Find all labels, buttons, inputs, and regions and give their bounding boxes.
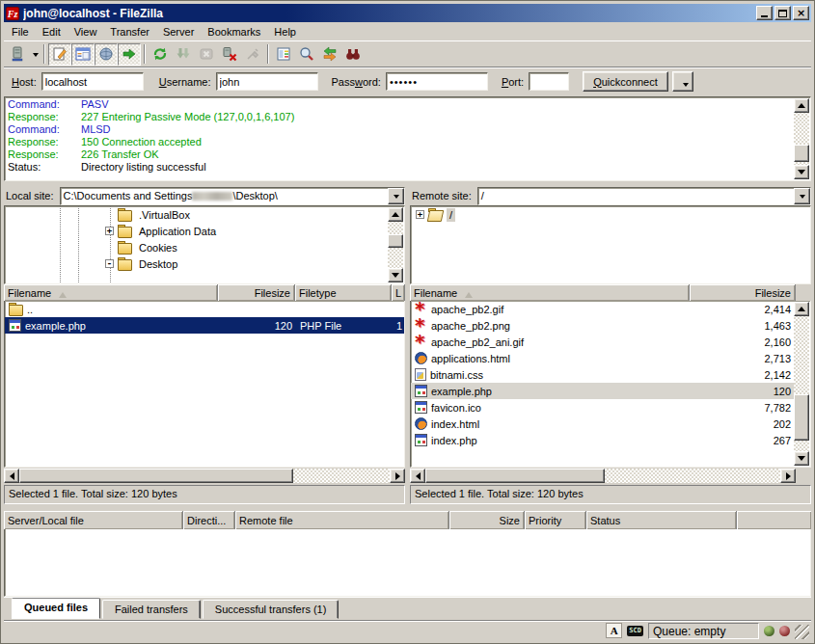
password-input[interactable] (386, 72, 488, 91)
file-row[interactable]: index.html 202 (411, 416, 795, 432)
file-row[interactable]: example.php 120 PHP File 1 (5, 317, 404, 334)
close-button[interactable]: × (793, 6, 809, 20)
menu-item[interactable]: View (68, 24, 104, 40)
file-row[interactable]: apache_pb2_ani.gif 2,160 (411, 334, 795, 350)
cancel-button[interactable] (195, 43, 218, 66)
filezilla-logo-icon: Fz (6, 7, 19, 20)
speed-limits-icon[interactable]: SCD (627, 626, 643, 636)
username-input[interactable] (216, 72, 318, 91)
process-queue-button[interactable] (172, 43, 195, 66)
scroll-thumb[interactable] (19, 469, 293, 483)
site-manager-dropdown[interactable] (30, 43, 41, 66)
queue-tab[interactable]: Queued files (12, 598, 100, 619)
firefox-icon (415, 352, 427, 364)
file-row[interactable]: apache_pb2.gif 2,414 (411, 301, 795, 317)
column-header-filesize[interactable]: Filesize (690, 284, 796, 301)
scroll-up-button[interactable] (794, 302, 809, 316)
scroll-thumb[interactable] (794, 145, 809, 162)
queue-column-status[interactable]: Status (586, 511, 737, 529)
maximize-button[interactable] (774, 6, 791, 20)
remote-hscrollbar[interactable] (410, 469, 796, 483)
queue-column-priority[interactable]: Priority (525, 511, 586, 529)
file-row[interactable]: example.php 120 (411, 383, 795, 399)
toggle-remote-tree-button[interactable] (95, 43, 118, 66)
scroll-thumb[interactable] (794, 394, 809, 441)
file-row[interactable]: apache_pb2.png 1,463 (411, 317, 795, 334)
scroll-right-button[interactable] (390, 469, 405, 483)
toggle-queue-button[interactable] (118, 43, 141, 66)
column-header-filetype[interactable]: Filetype (295, 284, 392, 301)
file-size: 2,160 (691, 334, 795, 350)
local-site-combo[interactable]: C:\Documents and Settings\Desktop\ (60, 187, 405, 205)
tree-item[interactable]: .VirtualBox (5, 206, 404, 223)
reconnect-button[interactable] (241, 43, 264, 66)
file-row[interactable]: .. (5, 301, 404, 317)
column-header-lastmodified[interactable]: L (392, 284, 405, 301)
host-input[interactable] (41, 72, 144, 91)
menu-item[interactable]: Server (156, 24, 201, 40)
local-hscrollbar[interactable] (4, 469, 405, 483)
directory-compare-button[interactable] (295, 43, 318, 66)
column-header-filename[interactable]: Filename (410, 284, 690, 301)
column-header-filename[interactable]: Filename (4, 284, 218, 301)
site-manager-button[interactable] (7, 43, 30, 66)
resize-grip[interactable] (795, 625, 809, 639)
scroll-up-button[interactable] (388, 207, 403, 222)
menu-item[interactable]: Edit (36, 24, 68, 40)
scroll-up-button[interactable] (794, 98, 809, 113)
queue-column-direction[interactable]: Directi... (183, 511, 235, 529)
refresh-button[interactable] (149, 43, 172, 66)
menu-item[interactable]: Bookmarks (201, 24, 267, 40)
toggle-local-tree-button[interactable] (71, 43, 95, 66)
tree-item[interactable]: Cookies (5, 239, 404, 255)
local-site-dropdown[interactable] (388, 188, 404, 204)
file-name: index.php (431, 435, 477, 446)
disconnect-button[interactable] (218, 43, 241, 66)
sync-browse-button[interactable] (318, 43, 341, 66)
scroll-right-button[interactable] (780, 469, 796, 483)
queue-column-remote-file[interactable]: Remote file (235, 511, 449, 529)
log-text: 227 Entering Passive Mode (127,0,0,1,6,1… (81, 111, 294, 123)
tree-item[interactable]: Application Data (5, 223, 404, 239)
tree-item[interactable]: / (411, 206, 810, 223)
tree-expander[interactable] (105, 227, 114, 235)
tree-item[interactable]: Desktop (5, 255, 404, 272)
filter-button[interactable] (272, 43, 295, 66)
tree-expander[interactable] (416, 210, 424, 219)
log-line: Response: 226 Transfer OK (8, 148, 791, 161)
scroll-left-button[interactable] (410, 469, 425, 483)
minimize-button[interactable] (756, 6, 773, 20)
remote-site-combo[interactable]: / (477, 187, 811, 205)
file-row[interactable]: favicon.ico 7,782 (411, 399, 795, 416)
queue-column-server-local-file[interactable]: Server/Local file (4, 511, 183, 529)
log-scrollbar[interactable] (794, 98, 809, 179)
menu-item[interactable]: Transfer (103, 24, 156, 40)
transfer-type-icon[interactable]: A (606, 623, 622, 638)
scroll-down-button[interactable] (794, 165, 809, 179)
scroll-left-button[interactable] (4, 469, 19, 483)
port-input[interactable] (529, 72, 569, 91)
scroll-thumb[interactable] (425, 469, 605, 483)
quickconnect-button[interactable]: Quickconnect (583, 71, 668, 92)
scroll-thumb[interactable] (388, 234, 403, 248)
tree-expander[interactable] (105, 259, 114, 268)
local-tree-scrollbar[interactable] (388, 207, 403, 282)
file-row[interactable]: index.php 267 (411, 432, 795, 448)
menu-item[interactable]: File (5, 24, 36, 40)
find-files-button[interactable] (341, 43, 365, 66)
queue-column-size[interactable]: Size (449, 511, 525, 529)
scroll-down-button[interactable] (388, 268, 403, 282)
file-name: bitnami.css (430, 369, 483, 381)
file-row[interactable]: applications.html 2,713 (411, 350, 795, 366)
column-header-filesize[interactable]: Filesize (218, 284, 295, 301)
toggle-log-button[interactable] (48, 43, 71, 66)
file-row[interactable]: bitnami.css 2,142 (411, 366, 795, 383)
remote-list-scrollbar[interactable] (794, 302, 809, 466)
quickconnect-dropdown[interactable] (672, 71, 693, 92)
quickconnect-bar: Host: Username: Password: Port: Quickcon… (4, 67, 811, 95)
remote-site-dropdown[interactable] (794, 188, 810, 204)
queue-tab[interactable]: Successful transfers (1) (203, 600, 340, 619)
menu-item[interactable]: Help (267, 24, 303, 40)
queue-tab[interactable]: Failed transfers (102, 600, 201, 619)
scroll-down-button[interactable] (794, 451, 809, 466)
